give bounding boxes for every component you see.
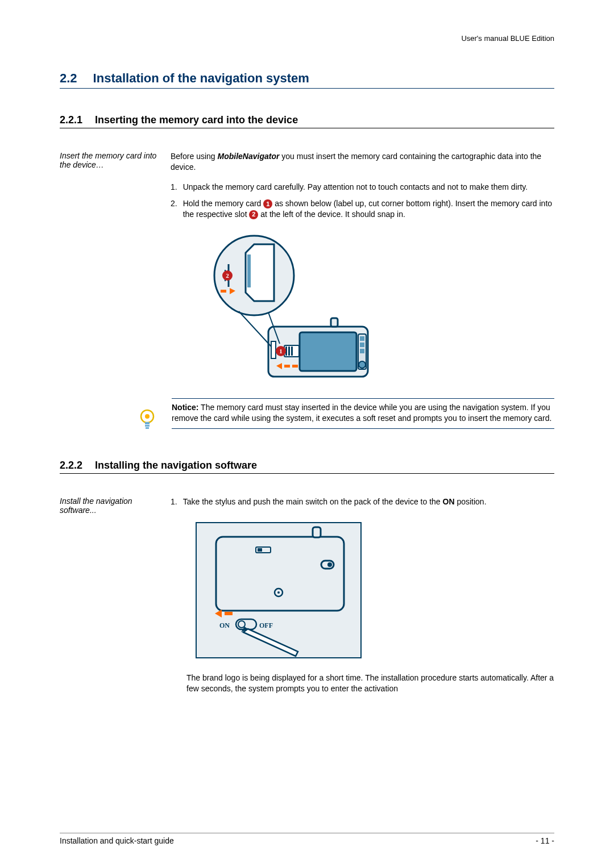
margin-note-1: Insert the memory card into the device…: [60, 151, 159, 398]
svg-text:2: 2: [226, 272, 229, 279]
subsection-2-number: 2.2.2: [60, 460, 82, 471]
notice-box: Notice: The memory card must stay insert…: [172, 398, 554, 429]
svg-point-41: [277, 591, 280, 594]
callout-2-badge: 2: [249, 210, 258, 219]
power-switch-diagram-svg: ON OFF: [193, 520, 364, 661]
subsection-1-heading: 2.2.1 Inserting the memory card into the…: [60, 114, 554, 128]
step-1-text: Unpack the memory card carefully. Pay at…: [183, 182, 528, 193]
section-title: Installation of the navigation system: [93, 71, 309, 86]
on-label-bold: ON: [443, 497, 455, 506]
step-2-text: Hold the memory card 1 as shown below (l…: [183, 198, 554, 220]
svg-rect-35: [313, 527, 321, 537]
subsection-1-number: 2.2.1: [60, 114, 82, 126]
intro-pre: Before using: [171, 152, 218, 161]
memory-card-diagram-svg: 2 1: [200, 233, 374, 381]
svg-rect-27: [292, 365, 298, 368]
svg-rect-34: [216, 537, 344, 611]
notice-icon-cell: [60, 398, 159, 431]
svg-rect-3: [360, 336, 364, 341]
svg-rect-12: [291, 347, 293, 356]
svg-rect-8: [271, 341, 276, 358]
svg-point-29: [145, 414, 150, 419]
svg-rect-32: [146, 427, 149, 429]
svg-rect-14: [247, 254, 251, 287]
svg-point-39: [327, 562, 332, 567]
illustration-memory-card: 2 1: [200, 233, 554, 382]
install-step-1-marker: 1.: [171, 496, 177, 507]
step-2: 2. Hold the memory card 1 as shown below…: [171, 198, 554, 220]
svg-rect-25: [284, 365, 290, 368]
notice-label: Notice:: [172, 403, 198, 412]
step-1-marker: 1.: [171, 182, 177, 193]
callout-1-badge: 1: [263, 199, 272, 208]
section-number: 2.2: [60, 71, 77, 86]
svg-text:OFF: OFF: [259, 621, 273, 629]
svg-rect-11: [288, 347, 290, 356]
svg-rect-4: [360, 343, 364, 347]
svg-rect-30: [145, 422, 150, 424]
subsection-2-title: Installing the navigation software: [95, 460, 257, 471]
svg-rect-31: [145, 425, 150, 427]
lightbulb-icon: [139, 408, 156, 431]
svg-line-18: [239, 311, 271, 347]
svg-rect-5: [360, 349, 364, 353]
install-step-1: 1. Take the stylus and push the main swi…: [171, 496, 554, 507]
svg-text:ON: ON: [219, 621, 230, 629]
illustration-power-switch: ON OFF: [193, 520, 554, 662]
svg-rect-46: [225, 612, 233, 615]
intro-paragraph: Before using MobileNavigator you must in…: [171, 151, 554, 173]
notice-text: The memory card must stay inserted in th…: [172, 403, 551, 423]
post-illustration-caption: The brand logo is being displayed for a …: [186, 673, 554, 694]
svg-rect-21: [221, 290, 226, 293]
step-2-marker: 2.: [171, 198, 177, 220]
section-heading: 2.2 Installation of the navigation syste…: [60, 71, 554, 89]
footer-left: Installation and quick-start guide: [60, 836, 174, 845]
svg-rect-7: [331, 318, 338, 327]
margin-note-2: Install the navigation software...: [60, 496, 159, 703]
svg-rect-37: [258, 548, 262, 552]
svg-rect-1: [300, 332, 356, 371]
step-1: 1. Unpack the memory card carefully. Pay…: [171, 182, 554, 193]
subsection-1-title: Inserting the memory card into the devic…: [95, 114, 298, 126]
product-name: MobileNavigator: [218, 152, 280, 161]
page-footer: Installation and quick-start guide - 11 …: [60, 833, 554, 845]
footer-page-number: - 11 -: [536, 836, 554, 845]
install-step-1-text: Take the stylus and push the main switch…: [183, 496, 487, 507]
subsection-2-heading: 2.2.2 Installing the navigation software: [60, 460, 554, 474]
svg-point-6: [359, 361, 366, 368]
svg-text:1: 1: [279, 348, 283, 354]
running-header: User's manual BLUE Edition: [60, 34, 554, 43]
